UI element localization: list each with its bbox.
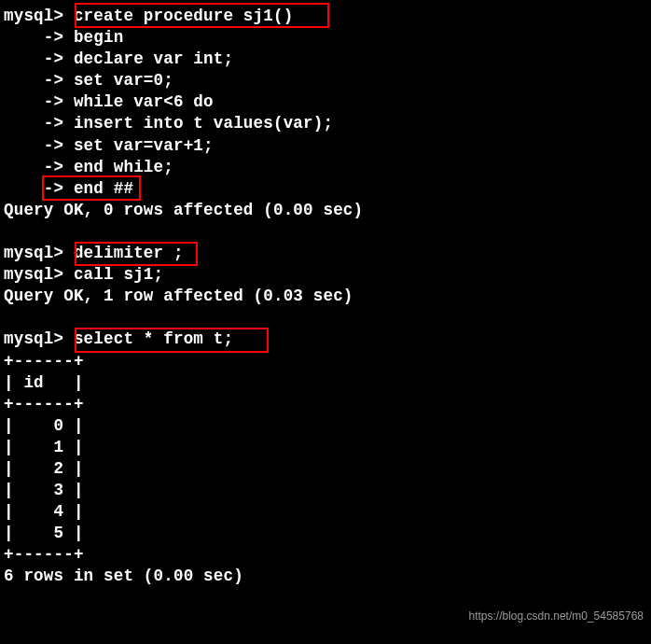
cmd-call: call sj1; <box>63 265 163 284</box>
terminal-line: -> while var<6 do <box>4 91 647 113</box>
cmd-select: select * from t; <box>63 329 233 348</box>
prompt-mysql: mysql> <box>4 329 63 348</box>
terminal-line: | 5 | <box>4 523 647 544</box>
prompt-cont: -> <box>4 92 63 111</box>
cmd-create-procedure: create procedure sj1() <box>63 7 293 25</box>
terminal-line: -> end ## <box>4 178 647 200</box>
terminal-line: | 2 | <box>4 458 647 480</box>
prompt-mysql: mysql> <box>4 7 63 25</box>
terminal-line: -> declare var int; <box>4 49 647 70</box>
cmd-delimiter: delimiter ; <box>63 244 183 262</box>
prompt-cont: -> <box>4 136 63 155</box>
cmd-end-while: end while; <box>63 158 173 176</box>
table-row: | 2 | <box>4 459 84 478</box>
terminal-line: Query OK, 1 row affected (0.03 sec) <box>4 286 647 307</box>
terminal-line: | 0 | <box>4 415 647 437</box>
result-query-ok-2: Query OK, 1 row affected (0.03 sec) <box>4 287 353 305</box>
terminal-line: | id | <box>4 372 647 394</box>
cmd-begin: begin <box>63 28 123 47</box>
terminal-line: | 3 | <box>4 480 647 501</box>
prompt-mysql: mysql> <box>4 244 63 262</box>
terminal-line: mysql> call sj1; <box>4 264 647 286</box>
terminal-line: mysql> delimiter ; <box>4 243 647 264</box>
cmd-while: while var<6 do <box>63 92 214 111</box>
table-row: | 5 | <box>4 524 84 542</box>
table-row: | 4 | <box>4 502 84 521</box>
prompt-cont: -> <box>4 179 63 198</box>
terminal-line: | 4 | <box>4 501 647 523</box>
result-rows-set: 6 rows in set (0.00 sec) <box>4 567 243 585</box>
prompt-cont: -> <box>4 114 63 133</box>
watermark: https://blog.csdn.net/m0_54585768 <box>469 609 644 624</box>
terminal-line: -> end while; <box>4 157 647 178</box>
table-row: | 0 | <box>4 416 84 435</box>
terminal-line <box>4 221 647 243</box>
result-query-ok-1: Query OK, 0 rows affected (0.00 sec) <box>4 201 363 219</box>
terminal-line: Query OK, 0 rows affected (0.00 sec) <box>4 200 647 221</box>
cmd-end: end ## <box>63 179 133 198</box>
table-header: | id | <box>4 373 84 392</box>
prompt-cont: -> <box>4 28 63 47</box>
table-border: +------+ <box>4 352 84 371</box>
terminal-line <box>4 307 647 329</box>
prompt-cont: -> <box>4 158 63 176</box>
terminal-line: 6 rows in set (0.00 sec) <box>4 566 647 587</box>
terminal-line: +------+ <box>4 544 647 566</box>
terminal-line: +------+ <box>4 394 647 415</box>
terminal-line: -> begin <box>4 27 647 49</box>
terminal-line: | 1 | <box>4 437 647 458</box>
table-border: +------+ <box>4 395 84 413</box>
cmd-declare: declare var int; <box>63 49 233 68</box>
cmd-set-inc: set var=var+1; <box>63 136 214 155</box>
table-border: +------+ <box>4 545 84 564</box>
terminal-line: -> insert into t values(var); <box>4 113 647 134</box>
terminal-line: mysql> select * from t; <box>4 329 647 350</box>
terminal-line: mysql> create procedure sj1() <box>4 6 647 27</box>
prompt-cont: -> <box>4 49 63 68</box>
cmd-set-var: set var=0; <box>63 71 173 90</box>
terminal-line: -> set var=var+1; <box>4 135 647 157</box>
terminal-line: -> set var=0; <box>4 70 647 91</box>
table-row: | 3 | <box>4 481 84 499</box>
table-row: | 1 | <box>4 438 84 456</box>
prompt-cont: -> <box>4 71 63 90</box>
cmd-insert: insert into t values(var); <box>63 114 333 133</box>
prompt-mysql: mysql> <box>4 265 63 284</box>
terminal-line: +------+ <box>4 351 647 372</box>
